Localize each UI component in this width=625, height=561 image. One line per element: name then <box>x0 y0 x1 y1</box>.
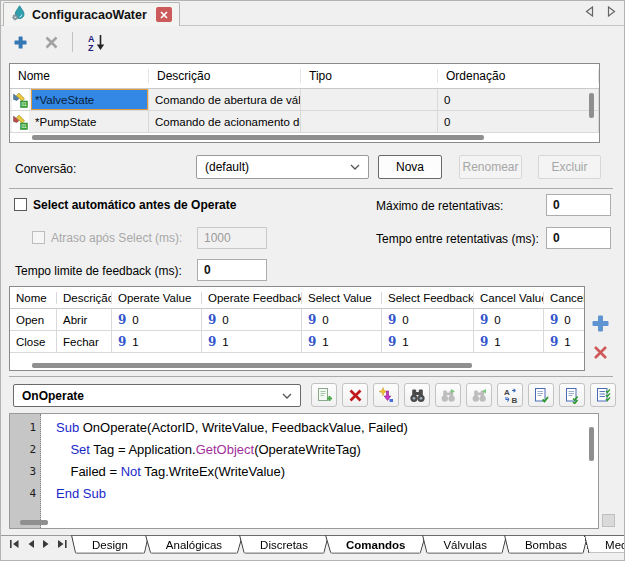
horizontal-scrollbar-thumb[interactable] <box>32 135 484 140</box>
cell-descricao[interactable]: Comando de acionamento de bomba <box>149 111 301 133</box>
next-sheet-icon[interactable] <box>42 539 50 549</box>
sheet-tab-discretas[interactable]: Discretas <box>247 535 321 556</box>
cell-value[interactable]: 90 <box>112 309 202 331</box>
cell-nome[interactable]: *PumpState <box>31 111 148 132</box>
delete-button[interactable] <box>41 32 61 52</box>
cell-value[interactable]: 90 <box>474 309 544 331</box>
cell-nome[interactable]: Open <box>10 309 57 331</box>
rename-conversion-button[interactable]: Renomear <box>459 155 522 179</box>
chevron-down-icon <box>282 393 292 399</box>
sheet-tab-bombas[interactable]: Bombas <box>512 535 580 556</box>
script-code-editor[interactable]: 1234 Sub OnOperate(ActorID, WriteValue, … <box>9 413 599 529</box>
app-browser-icon[interactable] <box>373 383 399 407</box>
cell-value[interactable]: 90 <box>382 309 474 331</box>
find-icon[interactable] <box>404 383 430 407</box>
find-previous-icon[interactable] <box>466 383 492 407</box>
script-toolbar: AB <box>311 383 616 407</box>
column-header[interactable]: Select Value <box>302 292 382 304</box>
editor-horizontal-scrollbar-thumb[interactable] <box>20 520 48 525</box>
column-header[interactable]: Cancel Feedback <box>544 292 584 304</box>
delete-conversion-button[interactable]: Excluir <box>538 155 601 179</box>
sheet-tab-comandos[interactable]: Comandos <box>333 535 418 556</box>
cell-tipo[interactable] <box>301 89 438 111</box>
code-area[interactable]: Sub OnOperate(ActorID, WriteValue, Feedb… <box>42 414 584 516</box>
verify-scripts-icon[interactable] <box>559 383 585 407</box>
max-retries-input[interactable] <box>546 194 611 216</box>
delete-row-button[interactable] <box>587 339 613 365</box>
column-header[interactable]: Nome <box>10 292 57 304</box>
column-header[interactable]: Operate Feedback <box>202 292 302 304</box>
cell-ordenacao[interactable]: 0 <box>438 89 599 111</box>
horizontal-scrollbar-thumb[interactable] <box>32 363 472 368</box>
conversion-select[interactable]: (default) <box>196 155 369 179</box>
new-script-icon[interactable] <box>311 383 337 407</box>
cell-value[interactable]: 91 <box>382 331 474 353</box>
delay-after-select-checkbox[interactable] <box>32 231 45 244</box>
table-row[interactable]: 01*PumpStateComando de acionamento de bo… <box>10 111 599 133</box>
cell-value[interactable]: 91 <box>202 331 302 353</box>
find-next-icon[interactable] <box>435 383 461 407</box>
time-between-retries-input[interactable] <box>546 227 611 249</box>
table-row[interactable]: 01*ValveStateComando de abertura de válv… <box>10 89 599 111</box>
editor-vertical-scrollbar[interactable] <box>587 417 596 514</box>
chevron-down-icon <box>350 164 360 170</box>
cell-value[interactable]: 90 <box>302 309 382 331</box>
cell-descricao[interactable]: Fechar <box>57 331 112 353</box>
svg-text:A: A <box>88 33 95 43</box>
column-header[interactable]: Operate Value <box>112 292 202 304</box>
sheet-tab-válvulas[interactable]: Válvulas <box>430 535 499 556</box>
commands-table-header: Nome Descrição Tipo Ordenação <box>10 64 599 89</box>
first-sheet-icon[interactable] <box>9 539 20 549</box>
verify-all-icon[interactable] <box>590 383 616 407</box>
sheet-tab-analógicas[interactable]: Analógicas <box>153 535 235 556</box>
scroll-tabs-right-icon[interactable] <box>607 6 616 17</box>
cell-nome[interactable]: *ValveState <box>31 89 148 110</box>
table-row[interactable]: OpenAbrir909090909090 <box>10 309 584 331</box>
cell-descricao[interactable]: Abrir <box>57 309 112 331</box>
last-sheet-icon[interactable] <box>57 539 68 549</box>
column-header-ordenacao[interactable]: Ordenação <box>438 69 599 83</box>
delay-after-select-input[interactable] <box>197 227 267 249</box>
command-tag-icon: 01 <box>12 89 29 110</box>
cell-value[interactable]: 91 <box>112 331 202 353</box>
column-header-descricao[interactable]: Descrição <box>149 69 301 83</box>
column-header[interactable]: Descrição <box>57 292 112 304</box>
cell-tipo[interactable] <box>301 111 438 133</box>
sheet-tab-medidas[interactable]: Medidas <box>592 535 624 556</box>
commands-table: Nome Descrição Tipo Ordenação 01*ValveSt… <box>9 63 600 143</box>
cell-nome[interactable]: Close <box>10 331 57 353</box>
column-header-tipo[interactable]: Tipo <box>301 69 438 83</box>
water-drop-gear-icon <box>11 5 27 25</box>
numeric-type-icon: 9 <box>208 313 216 327</box>
verify-script-icon[interactable] <box>528 383 554 407</box>
event-selector[interactable]: OnOperate <box>13 384 301 407</box>
new-conversion-button[interactable]: Nova <box>378 155 442 179</box>
add-row-button[interactable] <box>587 310 613 336</box>
sort-az-descending-icon[interactable]: A Z <box>84 32 108 52</box>
table-row[interactable]: CloseFechar919191919191 <box>10 331 584 353</box>
document-tab[interactable]: ConfiguracaoWater <box>3 2 180 26</box>
cell-value[interactable]: 90 <box>544 309 584 331</box>
scroll-tabs-left-icon[interactable] <box>585 6 594 17</box>
column-header-nome[interactable]: Nome <box>10 69 149 83</box>
previous-sheet-icon[interactable] <box>27 539 35 549</box>
sheet-tab-design[interactable]: Design <box>79 535 141 556</box>
add-button[interactable] <box>10 32 30 52</box>
feedback-timeout-input[interactable] <box>197 259 267 281</box>
close-tab-icon[interactable] <box>156 7 172 22</box>
column-header[interactable]: Cancel Value <box>474 292 544 304</box>
select-auto-checkbox[interactable] <box>14 198 27 211</box>
delete-script-icon[interactable] <box>342 383 368 407</box>
cell-value[interactable]: 91 <box>544 331 584 353</box>
vertical-scrollbar[interactable] <box>586 91 597 130</box>
numeric-type-icon: 9 <box>388 313 396 327</box>
cell-ordenacao[interactable]: 0 <box>438 111 599 133</box>
cell-value[interactable]: 90 <box>202 309 302 331</box>
cell-descricao[interactable]: Comando de abertura de válvula <box>149 89 301 111</box>
svg-text:01: 01 <box>21 102 27 107</box>
column-header[interactable]: Select Feedback <box>382 292 474 304</box>
cell-value[interactable]: 91 <box>474 331 544 353</box>
cell-value[interactable]: 91 <box>302 331 382 353</box>
app-window: ConfiguracaoWater A Z <box>0 0 625 561</box>
replace-icon[interactable]: AB <box>497 383 523 407</box>
